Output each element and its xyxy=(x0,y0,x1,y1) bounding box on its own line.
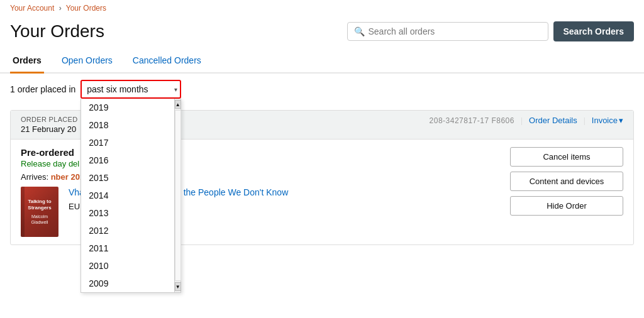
invoice-chevron-icon: ▾ xyxy=(619,116,623,125)
option-2011[interactable]: 2011 xyxy=(81,239,174,257)
popup-items-list: 2019 2018 2017 2016 2015 2014 2013 2012 … xyxy=(81,99,174,292)
scrollbar[interactable]: ▲ ▼ xyxy=(174,99,180,292)
order-placed-date: 21 February 20 xyxy=(21,124,76,134)
search-input-wrap: 🔍 xyxy=(347,22,548,41)
breadcrumb-separator: › xyxy=(59,4,62,13)
search-area: 🔍 Search Orders xyxy=(347,21,635,41)
scroll-up-button[interactable]: ▲ xyxy=(175,100,181,109)
breadcrumb: Your Account › Your Orders xyxy=(0,0,644,16)
separator: | xyxy=(521,116,523,125)
filter-row: 1 order placed in past six months2019201… xyxy=(0,74,644,105)
option-2017[interactable]: 2017 xyxy=(81,134,174,151)
order-details-link[interactable]: Order Details xyxy=(529,116,577,125)
time-period-dropdown[interactable]: past six months2019201820172016201520142… xyxy=(80,80,181,99)
search-icon: 🔍 xyxy=(354,26,365,36)
option-2016[interactable]: 2016 xyxy=(81,151,174,169)
book-cover-author: Malcolm Gladwell xyxy=(23,214,56,225)
separator2: | xyxy=(584,116,586,125)
tab-orders[interactable]: Orders xyxy=(10,49,44,74)
order-placed-label: ORDER PLACED xyxy=(21,116,77,123)
option-2018[interactable]: 2018 xyxy=(81,116,174,134)
order-id-text: 208-3427817-17 F8606 xyxy=(430,116,514,125)
invoice-dropdown[interactable]: Invoice ▾ xyxy=(592,116,623,125)
hide-order-button[interactable]: Hide Order xyxy=(510,196,623,216)
invoice-label: Invoice xyxy=(592,116,618,125)
order-header-right: 208-3427817-17 F8606 | Order Details | I… xyxy=(430,116,623,125)
tab-cancelled-orders[interactable]: Cancelled Orders xyxy=(130,49,204,74)
search-orders-button[interactable]: Search Orders xyxy=(553,21,635,41)
breadcrumb-current: Your Orders xyxy=(66,4,106,13)
option-2012[interactable]: 2012 xyxy=(81,222,174,239)
filter-label: 1 order placed in xyxy=(10,84,75,94)
breadcrumb-account-link[interactable]: Your Account xyxy=(10,4,54,13)
search-input[interactable] xyxy=(369,26,541,36)
option-2013[interactable]: 2013 xyxy=(81,204,174,222)
tab-open-orders[interactable]: Open Orders xyxy=(59,49,115,74)
option-2010[interactable]: 2010 xyxy=(81,257,174,275)
option-2014[interactable]: 2014 xyxy=(81,187,174,204)
tabs-row: Orders Open Orders Cancelled Orders xyxy=(0,49,644,74)
order-body-right: Cancel items Content and devices Hide Or… xyxy=(510,147,623,216)
content-and-devices-button[interactable]: Content and devices xyxy=(510,172,623,191)
dropdown-wrapper: past six months2019201820172016201520142… xyxy=(80,80,181,99)
scroll-track xyxy=(175,110,181,281)
option-2019[interactable]: 2019 xyxy=(81,99,174,116)
popup-scroll-container: 2019 2018 2017 2016 2015 2014 2013 2012 … xyxy=(81,99,180,292)
option-2015[interactable]: 2015 xyxy=(81,169,174,187)
option-2009[interactable]: 2009 xyxy=(81,275,174,292)
dropdown-popup: 2019 2018 2017 2016 2015 2014 2013 2012 … xyxy=(80,99,181,293)
book-cover-title: Talking to Strangers xyxy=(23,199,56,212)
page-title: Your Orders xyxy=(10,21,104,41)
scroll-down-button[interactable]: ▼ xyxy=(175,282,181,291)
page-wrapper: Your Account › Your Orders Your Orders 🔍… xyxy=(0,0,644,318)
book-cover-image: Talking to Strangers Malcolm Gladwell xyxy=(21,187,58,237)
header-row: Your Orders 🔍 Search Orders xyxy=(0,16,644,49)
cancel-items-button[interactable]: Cancel items xyxy=(510,147,623,167)
order-placed-col: ORDER PLACED 21 February 20 xyxy=(21,116,77,134)
order-header-left: ORDER PLACED 21 February 20 xyxy=(21,116,77,134)
